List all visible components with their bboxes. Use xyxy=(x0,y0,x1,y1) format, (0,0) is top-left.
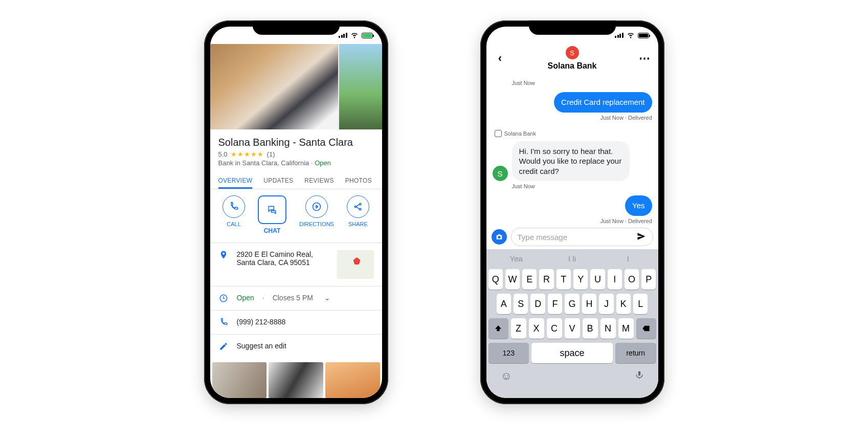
chat-body[interactable]: Just Now Credit Card replacement Just No… xyxy=(486,76,658,225)
clock-icon xyxy=(218,294,229,303)
suggestion[interactable]: Yea xyxy=(488,254,544,263)
mic-icon xyxy=(635,369,644,381)
hours-sep: · xyxy=(262,294,264,302)
incoming-message[interactable]: Hi. I'm so sorry to hear that. Would you… xyxy=(512,141,630,182)
map-thumbnail[interactable] xyxy=(337,250,374,279)
phone-outline-icon xyxy=(218,318,229,327)
phone-row[interactable]: (999) 212-8888 xyxy=(210,310,382,334)
camera-icon xyxy=(495,233,503,241)
keyboard-row-3: ZXCVBNM xyxy=(488,318,656,339)
return-key[interactable]: return xyxy=(615,343,656,363)
key-k[interactable]: K xyxy=(616,294,631,314)
hero-main-photo[interactable] xyxy=(210,44,339,129)
backspace-key[interactable] xyxy=(636,318,656,339)
key-j[interactable]: J xyxy=(599,294,613,314)
sender-avatar[interactable]: S xyxy=(493,166,508,181)
rating-row[interactable]: 5.0 ★★★★★ (1) xyxy=(218,150,374,158)
send-button[interactable] xyxy=(636,231,647,243)
share-icon xyxy=(353,202,363,212)
key-u[interactable]: U xyxy=(590,269,605,290)
chat-label: CHAT xyxy=(264,227,280,234)
phone-frame-listing: Solana Banking - Santa Clara 5.0 ★★★★★ (… xyxy=(204,20,388,404)
gallery-thumb[interactable] xyxy=(325,362,380,398)
business-title: Solana Banking - Santa Clara xyxy=(218,137,374,148)
numbers-key[interactable]: 123 xyxy=(488,343,529,363)
call-label: CALL xyxy=(227,221,241,227)
key-h[interactable]: H xyxy=(582,294,596,314)
suggestion[interactable]: I xyxy=(600,254,656,263)
emoji-button[interactable]: ☺ xyxy=(501,369,512,384)
key-m[interactable]: M xyxy=(618,318,634,339)
rating-value: 5.0 xyxy=(218,150,228,158)
chat-button[interactable]: CHAT xyxy=(258,195,286,234)
hero-photos[interactable] xyxy=(210,44,382,129)
sender-avatar-letter: S xyxy=(497,169,502,178)
key-i[interactable]: I xyxy=(608,269,622,290)
sender-name: Solana Bank xyxy=(504,130,536,137)
tab-reviews[interactable]: REVIEWS xyxy=(304,172,333,189)
dictation-button[interactable] xyxy=(635,369,644,384)
suggestion[interactable]: I li xyxy=(544,254,600,263)
call-button[interactable]: CALL xyxy=(222,195,245,234)
key-t[interactable]: T xyxy=(557,269,571,290)
suggest-edit-row[interactable]: Suggest an edit xyxy=(210,334,382,358)
key-x[interactable]: X xyxy=(529,318,544,339)
battery-icon xyxy=(362,33,373,38)
gallery-thumb[interactable] xyxy=(212,362,267,398)
address-row[interactable]: 2920 E El Camino Real, Santa Clara, CA 9… xyxy=(210,242,382,286)
key-c[interactable]: C xyxy=(547,318,562,339)
timestamp: Just Now · Delivered xyxy=(600,218,652,224)
key-w[interactable]: W xyxy=(505,269,520,290)
tab-updates[interactable]: UPDATES xyxy=(263,172,293,189)
cellular-icon xyxy=(615,33,624,38)
wifi-icon xyxy=(627,31,635,40)
phone-frame-chat: ‹ S Solana Bank ⋯ Just Now Credit Card r… xyxy=(480,20,664,404)
outgoing-message[interactable]: Yes xyxy=(625,195,652,216)
outgoing-message[interactable]: Credit Card replacement xyxy=(554,92,652,113)
key-r[interactable]: R xyxy=(539,269,553,290)
gallery-thumb[interactable] xyxy=(269,362,323,398)
key-l[interactable]: L xyxy=(633,294,648,314)
keyboard-suggestions: Yea I li I xyxy=(488,252,656,265)
battery-icon xyxy=(638,33,649,38)
back-button[interactable]: ‹ xyxy=(493,52,508,65)
message-input[interactable]: Type message xyxy=(511,228,653,246)
hours-row[interactable]: Open · Closes 5 PM ⌄ xyxy=(210,286,382,310)
cellular-icon xyxy=(339,33,347,38)
shift-key[interactable] xyxy=(488,318,508,339)
key-v[interactable]: V xyxy=(565,318,580,339)
key-y[interactable]: Y xyxy=(573,269,588,290)
svg-point-1 xyxy=(354,206,356,207)
key-z[interactable]: Z xyxy=(511,318,526,339)
hours-status: Open xyxy=(237,294,254,302)
key-g[interactable]: G xyxy=(565,294,579,314)
key-b[interactable]: B xyxy=(583,318,598,339)
key-n[interactable]: N xyxy=(600,318,616,339)
key-p[interactable]: P xyxy=(641,269,656,290)
share-button[interactable]: SHARE xyxy=(347,195,369,234)
key-d[interactable]: D xyxy=(530,294,545,314)
key-a[interactable]: A xyxy=(497,294,511,314)
hero-side-photo[interactable] xyxy=(339,44,382,129)
tab-photos[interactable]: PHOTOS xyxy=(345,172,372,189)
space-key[interactable]: space xyxy=(531,343,613,363)
svg-point-3 xyxy=(359,208,361,210)
header-avatar[interactable]: S xyxy=(566,46,579,59)
star-icons: ★★★★★ xyxy=(231,150,264,158)
shift-icon xyxy=(494,324,502,333)
header-avatar-letter: S xyxy=(570,49,574,57)
directions-button[interactable]: DIRECTIONS xyxy=(299,195,334,234)
tab-overview[interactable]: OVERVIEW xyxy=(218,172,253,189)
key-q[interactable]: Q xyxy=(488,269,503,290)
listing-tabs: OVERVIEW UPDATES REVIEWS PHOTOS A xyxy=(210,172,382,189)
key-s[interactable]: S xyxy=(514,294,528,314)
address-text: 2920 E El Camino Real, Santa Clara, CA 9… xyxy=(237,250,329,267)
more-button[interactable]: ⋯ xyxy=(637,52,652,65)
category-line: Bank in Santa Clara, California xyxy=(218,159,309,167)
timestamp: Just Now xyxy=(493,80,535,86)
key-o[interactable]: O xyxy=(625,269,639,290)
message-composer: Type message xyxy=(486,225,658,249)
key-e[interactable]: E xyxy=(522,269,537,290)
camera-button[interactable] xyxy=(492,229,507,245)
key-f[interactable]: F xyxy=(548,294,562,314)
